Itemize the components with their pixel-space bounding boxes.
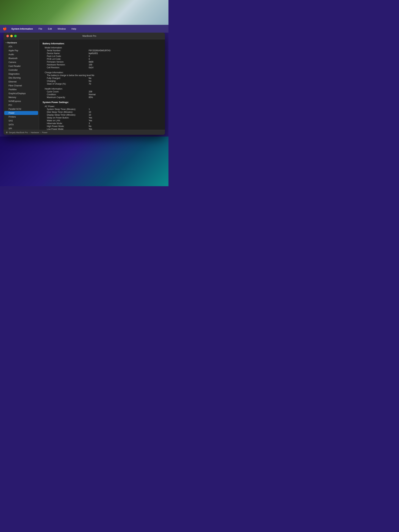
charge-info-label: Charge Information:: [43, 71, 89, 74]
statusbar-item: Power: [42, 131, 48, 133]
system-information-window: MacBook Pro ▾ Hardware ATA Apple Pay Aud…: [4, 33, 165, 135]
sidebar[interactable]: ▾ Hardware ATA Apple Pay Audio Bluetooth…: [4, 39, 39, 130]
charging-label: Charging:: [43, 80, 89, 82]
ac-high-power-value: No: [89, 125, 91, 127]
charge-warning-value: No: [91, 74, 94, 77]
model-info-label: Model Information:: [43, 46, 89, 49]
ac-hibernate-label: Hibernate Mode:: [43, 122, 89, 125]
device-name-label: Device Name:: [43, 52, 89, 55]
content-area: ▾ Hardware ATA Apple Pay Audio Bluetooth…: [4, 39, 165, 130]
hardware-label: Hardware: [7, 42, 17, 44]
sidebar-item-fibrechannel[interactable]: Fibre Channel: [4, 84, 38, 88]
sidebar-item-printers[interactable]: Printers: [4, 115, 38, 119]
device-name-value: bq40z651: [89, 52, 98, 55]
ac-high-power-label: High Power Mode:: [43, 125, 89, 127]
sidebar-item-ata[interactable]: ATA: [4, 45, 38, 49]
ac-hibernate-value: 3: [89, 122, 90, 125]
ac-sys-sleep-value: 1: [89, 108, 90, 110]
sidebar-item-graphics[interactable]: Graphics/Displays: [4, 91, 38, 95]
condition-value: Normal: [89, 93, 95, 96]
close-button[interactable]: [6, 35, 9, 37]
pcb-lot-code-label: PCB Lot Code:: [43, 58, 89, 60]
statusbar-sep1: ›: [29, 131, 30, 133]
sidebar-item-sata[interactable]: SATA: [4, 123, 38, 127]
sidebar-item-controller[interactable]: Controller: [4, 68, 38, 72]
sidebar-item-ethernet[interactable]: Ethernet: [4, 80, 38, 84]
traffic-lights: [6, 35, 17, 37]
max-capacity-label: Maximum Capacity:: [43, 96, 89, 99]
condition-label: Condition:: [43, 93, 89, 96]
ac-wake-lan-value: Yes: [89, 119, 92, 122]
ac-sleep-power-label: Sleep on Power Button:: [43, 116, 89, 119]
edit-menu[interactable]: Edit: [47, 27, 53, 31]
firmware-version-value: 0b00: [89, 61, 94, 63]
ac-disk-sleep-label: Disk Sleep Timer (Minutes):: [43, 111, 89, 113]
ac-power-label: AC Power:: [43, 105, 89, 108]
sidebar-item-audio[interactable]: Audio: [4, 52, 38, 56]
pack-lot-code-value: 0: [89, 55, 90, 57]
model-info-group: Model Information: Serial Number: F8Y202…: [43, 46, 161, 69]
window-title: MacBook Pro: [17, 35, 162, 37]
serial-number-label: Serial Number:: [43, 49, 89, 52]
cell-revision-value: 0a14: [89, 66, 94, 69]
sidebar-item-firewire[interactable]: FireWire: [4, 88, 38, 91]
main-panel: Battery Information: Model Information: …: [39, 39, 165, 130]
sidebar-item-spi[interactable]: SPI: [4, 127, 38, 130]
hardware-section-header[interactable]: ▾ Hardware: [4, 41, 39, 45]
serial-number-value: F8Y20260A5W0J9TAS: [89, 49, 110, 52]
hardware-revision-value: 100: [89, 63, 92, 66]
window-menu[interactable]: Window: [57, 27, 67, 31]
hardware-chevron: ▾: [6, 42, 6, 44]
fully-charged-label: Fully Charged:: [43, 77, 89, 79]
cell-revision-label: Cell Revision:: [43, 66, 89, 69]
statusbar: 🖥 Gergely MacBook Pro › Hardware › Power: [4, 130, 165, 135]
sidebar-item-camera[interactable]: Camera: [4, 60, 38, 64]
sidebar-item-discburning[interactable]: Disc Burning: [4, 76, 38, 80]
cycle-count-value: 209: [89, 90, 92, 93]
ac-low-power-value: Yes: [89, 128, 92, 130]
system-power-title: System Power Settings:: [43, 101, 161, 104]
ac-display-sleep-value: 10: [89, 114, 91, 116]
charging-value: No: [89, 80, 91, 82]
sidebar-item-memory[interactable]: Memory: [4, 95, 38, 99]
health-info-label: Health Information:: [43, 88, 89, 90]
hardware-revision-label: Hardware Revision:: [43, 63, 89, 66]
firmware-version-label: Firmware Version:: [43, 61, 89, 63]
max-capacity-value: 85%: [89, 96, 93, 99]
sidebar-item-parallelscsi[interactable]: Parallel SCSI: [4, 107, 38, 111]
statusbar-sep2: ›: [40, 131, 41, 133]
sidebar-item-cardreader[interactable]: Card Reader: [4, 64, 38, 68]
statusbar-section: Hardware: [31, 131, 39, 133]
charge-info-group: Charge Information: The battery's charge…: [43, 71, 161, 85]
maximize-button[interactable]: [14, 35, 17, 37]
ac-low-power-label: Low Power Mode:: [43, 128, 89, 130]
titlebar: MacBook Pro: [4, 33, 165, 39]
computer-icon: 🖥: [6, 131, 8, 134]
sidebar-item-pci[interactable]: PCI: [4, 103, 38, 107]
cycle-count-label: Cycle Count:: [43, 90, 89, 93]
health-info-group: Health Information: Cycle Count: 209 Con…: [43, 88, 161, 99]
charge-warning-label: The battery's charge is below the warnin…: [43, 74, 91, 77]
state-of-charge-label: State of Charge (%):: [43, 83, 89, 85]
app-name[interactable]: System Information: [10, 27, 34, 31]
sidebar-item-diagnostics[interactable]: Diagnostics: [4, 72, 38, 76]
ac-disk-sleep-value: 10: [89, 111, 91, 113]
help-menu[interactable]: Help: [70, 27, 77, 31]
ac-wake-lan-label: Wake on LAN:: [43, 119, 89, 122]
pcb-lot-code-value: 0: [89, 58, 90, 60]
sidebar-item-nvmexpress[interactable]: NVMExpress: [4, 99, 38, 103]
ac-power-group: AC Power: System Sleep Timer (Minutes): …: [43, 105, 161, 130]
apple-menu[interactable]: 🍎: [3, 27, 7, 31]
sidebar-item-applepay[interactable]: Apple Pay: [4, 49, 38, 52]
file-menu[interactable]: File: [38, 27, 43, 31]
pack-lot-code-label: Pack Lot Code:: [43, 55, 89, 57]
ac-sleep-power-value: Yes: [89, 116, 92, 119]
menubar: 🍎 System Information File Edit Window He…: [0, 25, 168, 33]
sidebar-item-power[interactable]: Power: [4, 111, 38, 115]
ac-sys-sleep-label: System Sleep Timer (Minutes):: [43, 108, 89, 110]
minimize-button[interactable]: [10, 35, 13, 37]
statusbar-path: Gergely MacBook Pro: [9, 131, 28, 133]
sidebar-item-sas[interactable]: SAS: [4, 119, 38, 123]
fully-charged-value: No: [89, 77, 91, 79]
sidebar-item-bluetooth[interactable]: Bluetooth: [4, 56, 38, 60]
